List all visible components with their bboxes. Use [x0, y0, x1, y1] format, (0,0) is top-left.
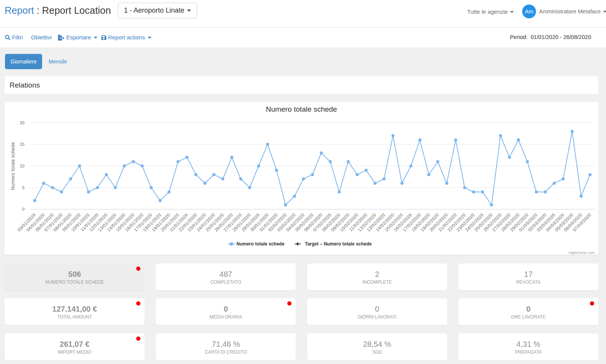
svg-text:20: 20 — [20, 120, 24, 125]
svg-text:Target – Numero totale schede: Target – Numero totale schede — [305, 241, 372, 247]
svg-text:Numero totale schede: Numero totale schede — [266, 105, 337, 113]
svg-text:0: 0 — [22, 207, 24, 211]
svg-text:10: 10 — [20, 164, 24, 168]
svg-text:15: 15 — [20, 142, 24, 146]
svg-text:5: 5 — [22, 185, 24, 190]
svg-text:Highcharts.com: Highcharts.com — [569, 250, 595, 255]
svg-text:Numero totale schede: Numero totale schede — [236, 241, 285, 247]
svg-text:Numero totale schede: Numero totale schede — [10, 142, 16, 190]
